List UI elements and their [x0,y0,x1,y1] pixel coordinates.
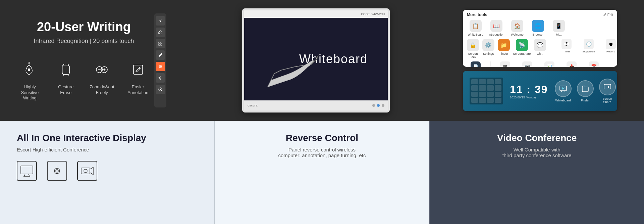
erase-label: GestureErase [58,84,73,96]
tool-screenlock[interactable]: 🔒 Screen Lock [467,39,479,59]
svg-line-27 [24,174,25,176]
tool-calendar[interactable]: 📅 Calendar [585,61,602,67]
launch-panel: 11 : 39 2023/09/15 Monday Whiteboard [463,71,617,111]
svg-marker-20 [316,55,319,58]
tool-browser[interactable]: 🌐 Browser [529,20,547,36]
tool-welcome-icon: 🏠 [511,20,523,32]
sensitive-label: HighlySensitive Writing [15,84,45,101]
sidebar-home-btn[interactable] [156,28,165,37]
tool-browser-icon: 🌐 [532,20,544,32]
whiteboard-frame: CODE: Y4WWCH Whiteboard oscura [242,8,390,113]
svg-rect-11 [159,44,160,45]
camera-icon-item [47,161,67,181]
sidebar-pen-btn[interactable] [156,50,165,60]
zoom-label: Zoom in&outFreely [90,84,114,96]
launch-app-finder[interactable]: Finder [577,80,594,102]
right-panel: More tools Edit 📋 WhiteBoard 📖 Introduct… [463,10,631,111]
svg-rect-7 [133,65,143,75]
tool-record-icon: ⏺ [606,39,616,49]
annotation-label: EasierAnnotation [127,84,148,96]
clock-date: 2023/09/15 Monday [510,96,548,99]
tool-wb-icon: 📋 [470,20,482,32]
tool-settings[interactable]: ⚙️ Settings [482,39,494,59]
subtitle: Infrared Recognition | 20 points touch [13,38,154,45]
feature-annotation: EasierAnnotation [123,58,153,96]
tool-screenshare[interactable]: 📡 ScreenShare [513,39,531,59]
launch-screenshare-icon [599,79,616,95]
svg-rect-23 [604,84,611,89]
projector-icon [77,161,97,181]
tools-app-row-2: 🔒 Screen Lock ⚙️ Settings 📁 Finder 📡 Scr… [467,39,613,59]
feature-erase: GestureErase [51,58,81,96]
camera-svg [50,165,64,177]
tool-pollkit-icon: 📊 [544,61,554,67]
tool-ch-icon: 💬 [534,39,546,51]
bottom-col-1: All In One Interactive Display Escort Hi… [0,121,214,224]
svg-rect-9 [159,42,160,43]
tools-header: More tools Edit [467,12,613,17]
svg-point-34 [84,169,87,173]
projector-icon-item [77,161,97,181]
svg-rect-12 [161,44,162,45]
wb-top-bar: CODE: Y4WWCH [244,10,388,18]
launch-finder-label: Finder [581,99,590,102]
svg-rect-26 [21,166,33,174]
wb-screen: Whiteboard [244,18,388,100]
clock-section: 11 : 39 2023/09/15 Monday [510,83,548,99]
wb-dot-1 [372,104,375,107]
tools-app-row-1: 📋 WhiteBoard 📖 Introduction 🏠 Welcome 🌐 … [467,20,613,36]
tool-introduction[interactable]: 📖 Introduction [488,20,505,36]
annotation-icon [126,58,150,82]
tool-more[interactable]: 📱 Mi... [550,20,568,36]
tools-title: More tools [467,12,487,17]
feature-sensitive: HighlySensitive Writing [15,58,45,101]
zoom-icon [90,58,114,82]
tool-stopwatch[interactable]: 🕐 Stopwatch [580,39,597,59]
tool-welcome[interactable]: 🏠 Welcome [508,20,526,36]
tool-fastfile[interactable]: 📤 Fast File... [563,61,580,67]
launch-finder-icon [577,80,594,97]
clock-time: 11 : 39 [510,83,548,96]
wb-code: CODE: Y4WWCH [361,12,385,16]
top-section: 20-User Writing Infrared Recognition | 2… [0,0,644,121]
launch-app-whiteboard[interactable]: Whiteboard [555,80,572,102]
col3-subtitle: Well Compatible with third party confere… [502,147,572,158]
tool-record[interactable]: ⏺ Record [602,39,617,59]
launch-app-screenshare[interactable]: Screen Share [599,79,616,104]
bottom-col-2: Reverse Control Panel reverse control wi… [215,121,430,224]
sidebar-circle-btn[interactable] [156,85,165,94]
svg-rect-22 [560,86,567,91]
tool-timer[interactable]: ⏱ Timer [558,39,575,59]
wb-controls [372,104,384,107]
whiteboard-icon [559,84,568,93]
tool-whiteboard[interactable]: 📋 WhiteBoard [467,20,484,36]
edit-icon [603,13,606,16]
wb-bottom-bar: oscura [244,100,388,110]
tool-camera[interactable]: 📷 Camera [519,61,536,67]
camera-icon [47,161,67,181]
tool-screenlock-icon: 🔒 [467,39,479,51]
tools-edit[interactable]: Edit [603,13,613,17]
tool-camera-icon: 📷 [522,61,532,67]
sidebar-active-btn[interactable] [156,62,165,71]
sidebar-settings-btn[interactable] [156,73,165,83]
svg-rect-33 [81,168,90,174]
tool-paperless[interactable]: 📄 PaperlessConference [467,61,484,67]
svg-line-28 [29,174,30,176]
sidebar-back-btn[interactable] [156,16,165,26]
tool-splitscreen[interactable]: ⊞ Split screen [497,61,514,67]
tool-finder[interactable]: 📁 Finder [498,39,510,59]
display-icon-item [17,161,37,181]
tool-pollkit[interactable]: 📊 PollKit [541,61,558,67]
tool-ch[interactable]: 💬 Ch... [534,39,546,59]
tool-settings-icon: ⚙️ [482,39,494,51]
svg-point-16 [160,77,161,79]
svg-point-18 [160,89,161,90]
sidebar-grid-btn[interactable] [156,39,165,48]
bottom-section: All In One Interactive Display Escort Hi… [0,121,644,224]
features-row: HighlySensitive Writing GestureErase [13,58,154,101]
launch-wb-icon [555,80,572,97]
sensitive-icon [18,58,42,82]
launch-wb-label: Whiteboard [555,99,571,102]
erase-icon [54,58,77,82]
